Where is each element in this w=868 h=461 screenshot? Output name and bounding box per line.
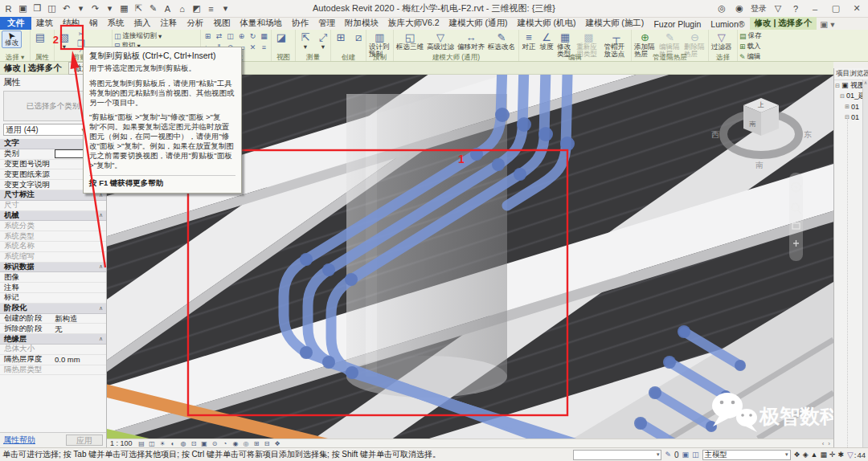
selection-filter-icon[interactable]: ▽ bbox=[847, 451, 854, 459]
login-label[interactable]: 登录 bbox=[751, 3, 767, 14]
property-row[interactable]: 图像 bbox=[0, 272, 106, 283]
join-icon[interactable]: ≡ bbox=[259, 42, 269, 52]
array-icon[interactable]: ▦ bbox=[259, 31, 269, 41]
tree-toggle-icon[interactable]: ⊟ bbox=[835, 83, 841, 89]
delete-icon[interactable]: ✕ bbox=[248, 42, 258, 52]
measure-icon[interactable]: ⇱ bbox=[132, 2, 145, 15]
design-options-dropdown[interactable]: 主模型▾ bbox=[702, 450, 791, 460]
ribbon-tab[interactable]: 插入 bbox=[129, 17, 156, 30]
reveal-hidden-icon[interactable]: ◉ bbox=[231, 439, 240, 447]
warning-icon[interactable]: ▲ bbox=[811, 451, 818, 459]
property-value[interactable]: 新构造 bbox=[55, 314, 104, 323]
view-visibility-button[interactable]: ◪ bbox=[273, 31, 289, 43]
visual-style-icon[interactable]: ◫ bbox=[148, 439, 157, 447]
undo-dropdown-icon[interactable]: ▾ bbox=[74, 2, 88, 15]
ribbon-tab[interactable]: 族库大师V6.2 bbox=[383, 17, 444, 30]
sun-path-icon[interactable]: ☀ bbox=[158, 439, 167, 447]
box-rename-button[interactable]: ✎框选改名 bbox=[487, 31, 516, 51]
tag-icon[interactable]: ✎ bbox=[146, 2, 160, 15]
property-row[interactable]: 绝缘层 bbox=[0, 334, 106, 345]
property-value[interactable] bbox=[55, 232, 104, 241]
ribbon-tab[interactable]: ▣ ▾ bbox=[817, 18, 837, 30]
scroll-left-icon[interactable]: ‹ bbox=[822, 440, 825, 447]
paste-button[interactable]: ▧▾ bbox=[56, 31, 72, 51]
restore-button[interactable]: ▢ bbox=[828, 3, 844, 14]
design-options-icon[interactable]: ◫ bbox=[692, 451, 699, 459]
modify-tool-button[interactable]: ➤ 修改 bbox=[2, 31, 22, 48]
scroll-right-icon[interactable]: › bbox=[828, 440, 830, 447]
ribbon-tab[interactable]: 体量和场地 bbox=[235, 17, 288, 30]
close-button[interactable]: ✕ bbox=[849, 3, 865, 14]
ribbon-tab[interactable]: 系统 bbox=[103, 17, 129, 30]
cope-button[interactable]: ◫连接端切割▾ bbox=[114, 32, 162, 40]
link-icon[interactable]: ◈ bbox=[803, 451, 809, 459]
hide-analytical-icon[interactable]: ⊞ bbox=[252, 439, 261, 447]
property-value[interactable] bbox=[55, 273, 104, 282]
property-row[interactable]: 拆除的阶段 无 bbox=[0, 324, 106, 334]
property-row[interactable]: 总体大小 bbox=[0, 345, 106, 355]
offset-align-button[interactable]: ↔偏移对齐 bbox=[457, 31, 485, 51]
property-value[interactable] bbox=[55, 345, 104, 353]
mirror-icon[interactable]: ◫ bbox=[225, 31, 235, 41]
section-icon[interactable]: ◩ bbox=[190, 2, 203, 15]
user-icon[interactable]: ◉ bbox=[733, 2, 746, 15]
property-value[interactable] bbox=[55, 222, 104, 230]
load-selection-button[interactable]: ⊞载入 bbox=[739, 42, 762, 51]
temporary-view-properties-icon[interactable]: ◎ bbox=[242, 439, 251, 447]
property-row[interactable]: 标记 bbox=[0, 293, 106, 304]
save-icon[interactable]: ◫ bbox=[45, 2, 59, 15]
properties-help-link[interactable]: 属性帮助 bbox=[3, 434, 35, 446]
property-row[interactable]: 系统分类 bbox=[0, 221, 106, 231]
filter-button[interactable]: ▽过滤器 bbox=[710, 31, 733, 51]
editing-requests-icon[interactable]: ✎ bbox=[665, 451, 671, 459]
toolbar-dropdown-icon[interactable]: ▾ bbox=[219, 2, 232, 15]
rendering-icon[interactable]: ◍ bbox=[179, 439, 188, 447]
navigation-bar[interactable] bbox=[789, 173, 803, 261]
box-select-3d-button[interactable]: ◱框选三维 bbox=[395, 31, 424, 51]
ribbon-tab[interactable]: Lumion® bbox=[706, 18, 749, 30]
ribbon-tab[interactable]: 建筑 bbox=[31, 17, 58, 30]
advanced-filter-button[interactable]: ▽高级过滤 bbox=[426, 31, 455, 51]
default-3d-view-icon[interactable]: ⌂ bbox=[175, 2, 189, 15]
rotate-icon[interactable]: ↻ bbox=[248, 31, 258, 41]
property-row[interactable]: 系统类型 bbox=[0, 231, 106, 242]
property-value[interactable] bbox=[55, 365, 104, 374]
lock-3d-view-icon[interactable]: ⊙ bbox=[211, 439, 219, 447]
ribbon-tab[interactable]: 管理 bbox=[313, 17, 340, 30]
ribbon-tab[interactable]: 分析 bbox=[182, 17, 209, 30]
apply-button[interactable]: 应用 bbox=[66, 434, 103, 446]
property-row[interactable]: 创建的阶段 新构造 bbox=[0, 314, 106, 324]
crop-view-icon[interactable]: ⊡ bbox=[190, 439, 199, 447]
communication-center-icon[interactable]: ▣ bbox=[16, 2, 30, 15]
property-value[interactable] bbox=[55, 293, 104, 302]
offset-icon[interactable]: ⇄ bbox=[214, 31, 224, 41]
category-filter-dropdown[interactable]: 通用 (44)▾ bbox=[3, 124, 87, 136]
property-value[interactable] bbox=[55, 242, 104, 251]
move-icon[interactable]: ⊕ bbox=[236, 31, 247, 41]
active-workset-dropdown[interactable]: ▾ bbox=[573, 450, 661, 460]
ribbon-tab[interactable]: 建模大师 (机电) bbox=[513, 17, 581, 30]
tree-toggle-icon[interactable]: ⊟ bbox=[840, 93, 846, 100]
ribbon-tab[interactable]: 附加模块 bbox=[340, 17, 383, 30]
ribbon-tab[interactable]: 结构 bbox=[58, 17, 84, 30]
property-value[interactable] bbox=[55, 201, 104, 210]
property-row[interactable]: 系统名称 bbox=[0, 242, 106, 252]
shadows-icon[interactable]: ◐ bbox=[169, 439, 178, 447]
undo-icon[interactable]: ↶ bbox=[59, 2, 73, 15]
property-row[interactable]: 标识数据 bbox=[0, 263, 106, 273]
property-value[interactable] bbox=[55, 252, 104, 261]
detail-level-icon[interactable]: ▤ bbox=[137, 439, 146, 447]
select-toggle-icon[interactable]: ✛ bbox=[829, 451, 836, 459]
property-row[interactable]: 注释 bbox=[0, 283, 106, 293]
print-icon[interactable]: ▦ bbox=[117, 2, 131, 15]
edit-selection-button[interactable]: ✎编辑 bbox=[739, 52, 762, 62]
ribbon-tab[interactable]: 协作 bbox=[287, 17, 313, 30]
text-icon[interactable]: A bbox=[161, 2, 174, 15]
search-icon[interactable]: ◎ bbox=[715, 2, 728, 15]
property-value[interactable]: 无 bbox=[55, 324, 104, 333]
property-row[interactable]: 隔热层厚度 0.0 mm bbox=[0, 355, 106, 365]
align-icon[interactable]: ⊞ bbox=[203, 31, 213, 41]
copy-to-clipboard-button[interactable]: ❐ bbox=[74, 39, 88, 46]
revit-app-icon[interactable]: R bbox=[2, 2, 15, 15]
ribbon-tab[interactable]: 修改 | 选择多个 bbox=[750, 17, 817, 30]
